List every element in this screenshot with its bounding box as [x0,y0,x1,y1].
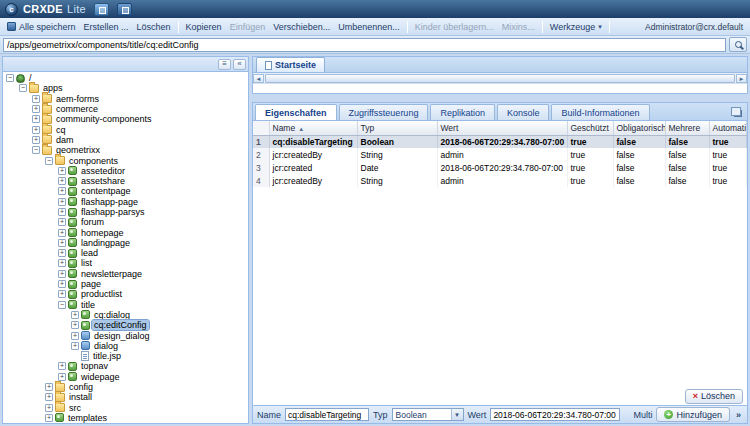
tree-item-cq[interactable]: +cq [3,124,248,134]
more-options-button[interactable]: » [734,410,743,420]
expand-icon[interactable]: + [71,342,79,350]
tree-item-asseteditor[interactable]: +asseteditor [3,166,248,176]
tree-item-components[interactable]: −components [3,155,248,165]
tree-item-dam[interactable]: +dam [3,135,248,145]
property-row-cq-disabletargeting[interactable]: 1cq:disableTargetingBoolean2018-06-06T20… [253,135,747,148]
property-value-input[interactable] [490,408,620,421]
tree-item-homepage[interactable]: +homepage [3,227,248,237]
tab-startseite[interactable]: Startseite [256,57,325,72]
expand-icon[interactable]: + [58,177,66,185]
column-header-gesch-tzt[interactable]: Geschützt [567,121,613,135]
typ-select[interactable]: Boolean ▼ [392,408,464,421]
search-button[interactable] [729,37,747,52]
expand-icon[interactable]: + [58,362,66,370]
scrollbar-thumb[interactable] [265,74,735,83]
collapse-icon[interactable]: − [6,74,14,82]
expand-icon[interactable]: + [58,229,66,237]
expand-icon[interactable]: + [58,239,66,247]
tree-item-landingpage[interactable]: +landingpage [3,238,248,248]
tree-item-aem-forms[interactable]: +aem-forms [3,94,248,104]
tab-eigenschaften[interactable]: Eigenschaften [255,104,337,120]
expand-icon[interactable]: + [32,136,40,144]
expand-icon[interactable]: + [32,126,40,134]
scroll-left-icon[interactable]: ◄ [253,74,264,83]
tree-item-title-jsp[interactable]: title.jsp [3,351,248,361]
tree-item-forum[interactable]: +forum [3,217,248,227]
tree-item-contentpage[interactable]: +contentpage [3,186,248,196]
tree-item-dialog[interactable]: +dialog [3,341,248,351]
property-name-input[interactable] [285,408,369,421]
tree-item-widepage[interactable]: +widepage [3,372,248,382]
column-header-wert[interactable]: Wert [437,121,567,135]
expand-icon[interactable]: + [58,280,66,288]
tree-item-topnav[interactable]: +topnav [3,361,248,371]
tree-item-flashapp-parsys[interactable]: +flashapp-parsys [3,207,248,217]
expand-icon[interactable]: + [58,198,66,206]
tree-item-productlist[interactable]: +productlist [3,289,248,299]
path-input[interactable] [3,38,726,52]
toolbar-button-umbenennen[interactable]: Umbenennen... [334,21,404,33]
add-property-button[interactable]: + Hinzufügen [656,407,730,422]
tab-build-informationen[interactable]: Build-Informationen [551,104,649,120]
column-header-mehrere[interactable]: Mehrere [665,121,709,135]
scroll-right-icon[interactable]: ► [736,74,747,83]
expand-icon[interactable]: + [58,218,66,226]
tree-item-config[interactable]: +config [3,382,248,392]
tab-zugriffssteuerung[interactable]: Zugriffssteuerung [339,104,429,120]
column-header-rownum[interactable] [253,121,269,135]
property-row-jcr-createdby[interactable]: 2jcr:createdByStringadmintruefalsefalset… [253,148,747,161]
tree-item-lead[interactable]: +lead [3,248,248,258]
delete-property-button[interactable]: × Löschen [685,389,743,404]
expand-icon[interactable]: + [58,208,66,216]
app-launcher-icon-2[interactable] [117,3,132,16]
tree-item-title[interactable]: −title [3,300,248,310]
tree-item-cq-dialog[interactable]: +cq:dialog [3,310,248,320]
column-header-automatisch[interactable]: Automatisch... [709,121,747,135]
tree-item-install[interactable]: +install [3,392,248,402]
tree-item-assetshare[interactable]: +assetshare [3,176,248,186]
tree-item-newsletterpage[interactable]: +newsletterpage [3,269,248,279]
property-row-jcr-createdby[interactable]: 4jcr:createdByStringadmintruefalsefalset… [253,174,747,187]
collapse-icon[interactable]: − [32,146,40,154]
expand-icon[interactable]: + [32,115,40,123]
panel-switch-icon[interactable] [734,110,742,117]
toolbar-button-verschieben[interactable]: Verschieben... [269,21,334,33]
expand-icon[interactable]: + [45,414,53,422]
tree-item-commerce[interactable]: +commerce [3,104,248,114]
expand-icon[interactable]: + [71,332,79,340]
toolbar-button-werkzeuge[interactable]: Werkzeuge▾ [546,21,606,33]
tree-item-cq-editconfig[interactable]: +cq:editConfig [3,320,248,330]
expand-icon[interactable]: + [58,167,66,175]
tab-replikation[interactable]: Replikation [430,104,495,120]
tree-item-list[interactable]: +list [3,258,248,268]
tree-item-design-dialog[interactable]: +design_dialog [3,330,248,340]
tree-item-community-components[interactable]: +community-components [3,114,248,124]
expand-icon[interactable]: + [58,270,66,278]
expand-icon[interactable]: + [45,404,53,412]
tree-item-flashapp-page[interactable]: +flashapp-page [3,197,248,207]
tree-item-page[interactable]: +page [3,279,248,289]
tree-item-apps[interactable]: −apps [3,83,248,93]
horizontal-scrollbar[interactable]: ◄ ► [253,73,747,84]
toolbar-button-kopieren[interactable]: Kopieren [182,21,226,33]
collapse-icon[interactable]: − [58,301,66,309]
column-header-name[interactable]: Name▲ [269,121,357,135]
expand-icon[interactable]: + [32,105,40,113]
expand-icon[interactable]: + [58,373,66,381]
expand-icon[interactable]: + [58,259,66,267]
collapse-panel-icon[interactable]: « [233,59,246,70]
toolbar-button-erstellen[interactable]: Erstellen ... [80,21,133,33]
app-launcher-icon-1[interactable] [94,3,109,16]
column-header-obligatorisch[interactable]: Obligatorisch [613,121,665,135]
tree-menu-icon[interactable]: ≡ [218,59,231,70]
column-header-typ[interactable]: Typ [357,121,437,135]
expand-icon[interactable]: + [45,393,53,401]
expand-icon[interactable]: + [32,95,40,103]
expand-icon[interactable]: + [58,290,66,298]
collapse-icon[interactable]: − [45,157,53,165]
tree-item-src[interactable]: +src [3,403,248,413]
collapse-icon[interactable]: − [19,84,27,92]
tree-item-item[interactable]: −/ [3,73,248,83]
toolbar-button-l-schen[interactable]: Löschen [133,21,175,33]
expand-icon[interactable]: + [71,311,79,319]
